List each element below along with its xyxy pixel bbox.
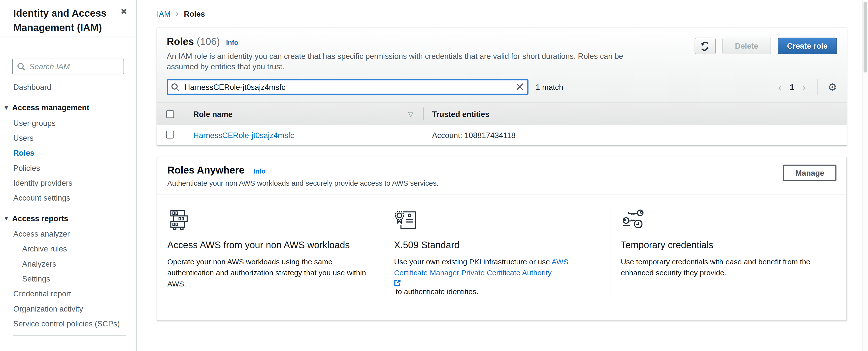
main-content: IAM › Roles Roles (106) Info An IAM role… [137, 0, 862, 351]
search-icon [17, 63, 25, 71]
feature-title: Access AWS from your non AWS workloads [167, 240, 370, 251]
roles-anywhere-description: Authenticate your non AWS workloads and … [167, 179, 438, 187]
feature-text: Use temporary credentials with ease and … [621, 257, 823, 279]
sort-icon[interactable]: ▽ [408, 110, 413, 118]
sidebar-header: Identity and Access Management (IAM) ✖ [0, 0, 136, 37]
table-header-role-name[interactable]: Role name ▽ [183, 103, 423, 125]
roles-actions: Delete Create role [694, 36, 837, 72]
table-header-checkbox-cell [157, 103, 183, 125]
feature-title: Temporary credentials [621, 240, 823, 251]
sidebar-divider [13, 335, 126, 336]
sidebar-item-identity-providers[interactable]: Identity providers [0, 179, 136, 187]
feature-non-aws-workloads: Access AWS from your non AWS workloads O… [167, 208, 383, 298]
roles-anywhere-panel: Roles Anywhere Info Authenticate your no… [157, 157, 847, 321]
roles-anywhere-header: Roles Anywhere Info Authenticate your no… [157, 157, 846, 195]
feature-text-before: Use your own existing PKI infrastructure… [394, 258, 552, 266]
search-iam-input[interactable] [12, 59, 124, 75]
row-role-name-cell: HarnessCERole-jt0sajz4msfc [183, 131, 423, 140]
sidebar-item-dashboard[interactable]: Dashboard [0, 83, 136, 91]
close-icon[interactable]: ✖ [119, 7, 128, 17]
certificate-icon [394, 208, 596, 232]
feature-text: Operate your non AWS workloads using the… [167, 257, 370, 290]
row-trusted-entities-cell: Account: 108817434118 [423, 131, 847, 140]
sidebar-item-archive-rules[interactable]: Archive rules [0, 245, 136, 253]
clear-search-icon[interactable] [516, 83, 524, 90]
external-link-icon [394, 279, 596, 287]
feature-title: X.509 Standard [394, 240, 596, 251]
sidebar-item-users[interactable]: Users [0, 134, 136, 142]
server-stack-icon [167, 208, 370, 232]
roles-search-box [167, 79, 529, 95]
page-title: Roles [167, 36, 194, 48]
sidebar-nav: Dashboard ▼ Access management User group… [0, 83, 136, 336]
sidebar-item-policies[interactable]: Policies [0, 164, 136, 172]
roles-panel: Roles (106) Info An IAM role is an ident… [157, 28, 847, 146]
select-all-checkbox[interactable] [166, 110, 174, 118]
column-label: Trusted entities [432, 110, 489, 118]
roles-filter-row: 1 match ‹ 1 › ⚙ [157, 72, 847, 100]
refresh-icon [700, 41, 710, 51]
gear-icon[interactable]: ⚙ [828, 82, 837, 92]
table-row: HarnessCERole-jt0sajz4msfc Account: 1088… [157, 125, 847, 146]
sidebar-item-settings[interactable]: Settings [0, 275, 136, 283]
sidebar-section-label: Access management [12, 104, 89, 111]
match-count: 1 match [536, 83, 563, 92]
sidebar-title: Identity and Access Management (IAM) [13, 7, 109, 35]
sidebar-item-roles[interactable]: Roles [0, 149, 136, 157]
roles-panel-header: Roles (106) Info An IAM role is an ident… [157, 28, 847, 72]
row-checkbox[interactable] [166, 130, 174, 138]
sidebar-item-scps[interactable]: Service control policies (SCPs) [0, 320, 136, 327]
breadcrumb: IAM › Roles [137, 0, 862, 19]
role-name-link[interactable]: HarnessCERole-jt0sajz4msfc [193, 131, 294, 140]
roles-anywhere-features: Access AWS from your non AWS workloads O… [157, 195, 846, 320]
breadcrumb-current: Roles [184, 9, 205, 18]
iam-console-page: Identity and Access Management (IAM) ✖ D… [0, 0, 868, 351]
sidebar-search [12, 59, 124, 75]
sidebar-item-credential-report[interactable]: Credential report [0, 290, 136, 297]
feature-temporary-credentials: Temporary credentials Use temporary cred… [610, 208, 836, 298]
roles-count: (106) [197, 36, 220, 48]
feature-x509-standard: X.509 Standard Use your own existing PKI… [383, 208, 610, 298]
chevron-down-icon: ▼ [4, 104, 8, 111]
previous-page-icon[interactable]: ‹ [777, 82, 783, 92]
roles-search-input[interactable] [167, 79, 529, 95]
roles-info-link[interactable]: Info [226, 39, 238, 47]
sidebar-item-access-analyzer[interactable]: Access analyzer [0, 230, 136, 238]
manage-button[interactable]: Manage [783, 165, 836, 181]
roles-description: An IAM role is an identity you can creat… [167, 51, 625, 72]
sidebar-section-access-management[interactable]: ▼ Access management [0, 104, 136, 111]
roles-panel-heading-block: Roles (106) Info An IAM role is an ident… [167, 36, 625, 72]
chevron-down-icon: ▼ [4, 214, 8, 222]
roles-anywhere-heading-block: Roles Anywhere Info Authenticate your no… [167, 165, 438, 187]
roles-anywhere-title: Roles Anywhere [167, 165, 244, 176]
scrollbar-thumb[interactable] [864, 2, 867, 73]
pagination: ‹ 1 › [777, 82, 807, 92]
sidebar: Identity and Access Management (IAM) ✖ D… [0, 0, 137, 351]
sidebar-item-organization-activity[interactable]: Organization activity [0, 305, 136, 313]
roles-anywhere-info-link[interactable]: Info [253, 167, 266, 175]
sidebar-section-label: Access reports [12, 214, 68, 222]
divider [817, 79, 818, 95]
sidebar-item-analyzers[interactable]: Analyzers [0, 260, 136, 268]
sidebar-section-access-reports[interactable]: ▼ Access reports [0, 214, 136, 222]
table-header-trusted-entities: Trusted entities [423, 103, 847, 125]
next-page-icon[interactable]: › [801, 82, 807, 92]
roles-heading: Roles (106) Info [167, 36, 625, 48]
breadcrumb-iam-link[interactable]: IAM [157, 9, 171, 18]
refresh-button[interactable] [694, 38, 716, 54]
feature-text-after: to authenticate identities. [396, 288, 478, 296]
current-page: 1 [790, 83, 794, 92]
keys-clock-icon [621, 208, 823, 232]
breadcrumb-separator-icon: › [176, 9, 179, 19]
table-header: Role name ▽ Trusted entities [157, 103, 847, 125]
row-checkbox-cell [157, 130, 183, 140]
column-label: Role name [193, 110, 232, 118]
delete-button[interactable]: Delete [722, 38, 771, 54]
feature-text: Use your own existing PKI infrastructure… [394, 257, 596, 298]
scrollbar[interactable] [862, 0, 868, 351]
create-role-button[interactable]: Create role [778, 38, 837, 54]
search-icon [171, 83, 179, 91]
roles-anywhere-title-row: Roles Anywhere Info [167, 165, 438, 176]
sidebar-item-user-groups[interactable]: User groups [0, 119, 136, 127]
sidebar-item-account-settings[interactable]: Account settings [0, 194, 136, 202]
